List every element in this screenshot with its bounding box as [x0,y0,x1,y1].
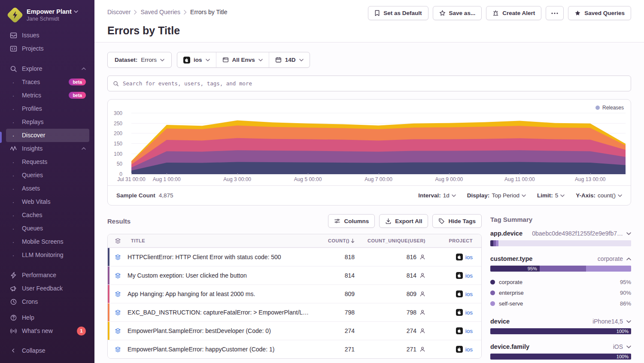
sidebar-item-label: Explore [22,65,42,72]
breadcrumb-discover[interactable]: Discover [107,9,131,15]
more-options-button[interactable] [546,6,564,20]
set-as-default-button[interactable]: Set as Default [368,6,428,20]
sidebar-item-whats-new[interactable]: What's new 1 [6,324,89,338]
interval-selector[interactable]: Interval:1d [418,192,456,199]
dataset-selector[interactable]: Dataset:Errors [107,52,172,68]
tag-legend-row[interactable]: self-serve86% [490,298,631,309]
display-selector[interactable]: Display:Top Period [467,192,526,199]
broadcast-icon [9,327,17,335]
org-switcher[interactable]: Empower Plant Jane Schmidt [6,6,89,29]
columns-button[interactable]: Columns [328,214,375,228]
table-row[interactable]: EmpowerPlant.SampleError: bestDeveloper … [108,321,481,340]
table-row[interactable]: HTTPClientError: HTTP Client Error with … [108,248,481,266]
sidebar-item-projects[interactable]: Projects [6,42,89,55]
count-unique-value: 816 [407,254,416,260]
sidebar-item-label: Web Vitals [22,198,50,205]
tag-distribution-bar[interactable]: 95% [490,266,631,272]
error-title[interactable]: My Custom exeption: User clicked the but… [128,272,316,279]
tag-distribution-bar[interactable]: 100% [490,328,631,334]
table-row[interactable]: EXC_BAD_INSTRUCTION: captureFatalError: … [108,303,481,321]
tag-section-header[interactable]: device iPhone14,5 [490,318,631,325]
sidebar-item-issues[interactable]: Issues [6,29,89,42]
sidebar-item-profiles[interactable]: ·Profiles [6,102,89,115]
sidebar-collapse-button[interactable]: Collapse [6,344,89,357]
sidebar-item-web-vitals[interactable]: ·Web Vitals [6,195,89,209]
column-project[interactable]: PROJECT [434,238,481,243]
table-row[interactable]: EmpowerPlant.SampleError: happyCustomer … [108,340,481,358]
bullet-icon: · [9,172,17,179]
error-title[interactable]: EmpowerPlant.SampleError: happyCustomer … [128,346,316,353]
tag-icon [438,218,445,224]
sidebar-item-metrics[interactable]: ·Metricsbeta [6,89,89,102]
error-title[interactable]: EXC_BAD_INSTRUCTION: captureFatalError: … [128,309,316,316]
sliders-icon [334,218,340,224]
tag-distribution-bar[interactable] [490,240,631,246]
sidebar-item-assets[interactable]: ·Assets [6,182,89,195]
sidebar-item-explore[interactable]: Explore [6,62,89,76]
chevron-down-icon [626,320,631,323]
megaphone-icon [9,285,17,292]
search-input[interactable] [123,80,626,87]
project-link[interactable]: ios [465,254,473,260]
tag-legend-row[interactable]: enterprise90% [490,287,631,298]
error-title[interactable]: App Hanging: App hanging for at least 20… [128,290,316,297]
project-link[interactable]: ios [465,291,473,297]
sidebar-item-llm-monitoring[interactable]: ·LLM Monitoring [6,248,89,262]
sidebar-item-caches[interactable]: ·Caches [6,209,89,222]
sidebar-item-replays[interactable]: ·Replays [6,115,89,129]
project-link[interactable]: ios [465,309,473,316]
column-count-unique[interactable]: COUNT_UNIQUE(USER) [363,238,434,243]
column-count[interactable]: COUNT() [316,238,363,243]
create-alert-button[interactable]: Create Alert [486,6,541,20]
error-title[interactable]: HTTPClientError: HTTP Client Error with … [128,254,316,260]
project-link[interactable]: ios [465,272,473,279]
stack-icon [108,309,128,316]
download-icon [385,218,392,224]
sidebar-item-label: Replays [22,118,44,125]
bullet-icon: · [9,185,17,192]
sidebar-item-crons[interactable]: Crons [6,295,89,309]
project-link[interactable]: ios [465,346,473,353]
saved-queries-button[interactable]: Saved Queries [568,6,631,20]
tag-legend-row[interactable]: corporate95% [490,277,631,287]
results-table: TITLE COUNT() COUNT_UNIQUE(USER) PROJECT… [107,234,482,359]
environment-selector[interactable]: All Envs [216,52,269,67]
tag-section-header[interactable]: device.family iOS [490,343,631,350]
table-row[interactable]: My Custom exeption: User clicked the but… [108,266,481,284]
chevron-down-icon [206,59,210,61]
save-as-button[interactable]: Save as... [433,6,482,20]
yaxis-selector[interactable]: Y-Axis:count() [576,192,622,199]
sidebar-item-queries[interactable]: ·Queries [6,169,89,182]
limit-selector[interactable]: Limit:5 [537,192,565,199]
releases-legend-dot [595,106,600,110]
sidebar-item-traces[interactable]: ·Tracesbeta [6,76,89,89]
date-range-selector[interactable]: 14D [269,52,310,67]
releases-legend[interactable]: Releases [595,105,624,111]
export-all-button[interactable]: Export All [379,214,428,228]
project-link[interactable]: ios [465,328,473,334]
beta-badge: beta [69,92,86,99]
sidebar-item-queues[interactable]: ·Queues [6,222,89,235]
tag-section-header[interactable]: customer.type corporate [490,255,631,262]
column-title[interactable]: TITLE [128,238,316,243]
sidebar-item-performance[interactable]: Performance [6,269,89,282]
sidebar-item-user-feedback[interactable]: User Feedback [6,282,89,295]
count-value: 798 [316,309,363,316]
chart: Releases 050100150200250300 Jul 31 00:00… [108,100,631,185]
sidebar-item-label: Insights [22,145,43,152]
results-section: Results Columns Export All Hide Tags [107,214,482,363]
error-title[interactable]: EmpowerPlant.SampleError: bestDeveloper … [128,327,316,334]
bullet-icon: · [9,79,17,86]
sidebar-item-insights[interactable]: Insights [6,142,89,155]
breadcrumb-saved-queries[interactable]: Saved Queries [140,9,180,15]
sidebar-item-discover[interactable]: ·Discover [6,129,89,142]
tag-distribution-bar[interactable]: 100% [490,354,631,360]
sidebar-item-mobile-screens[interactable]: ·Mobile Screens [6,235,89,248]
table-row[interactable]: App Hanging: App hanging for at least 20… [108,284,481,303]
project-selector[interactable]: ios [177,52,216,67]
sidebar-item-help[interactable]: Help [6,311,89,324]
hide-tags-button[interactable]: Hide Tags [432,214,482,228]
sidebar-item-label: Mobile Screens [22,238,64,245]
sidebar-item-requests[interactable]: ·Requests [6,155,89,169]
tag-section-header[interactable]: app.device 0baebc0de4982f1255f2e9e9fb7… [490,230,631,237]
